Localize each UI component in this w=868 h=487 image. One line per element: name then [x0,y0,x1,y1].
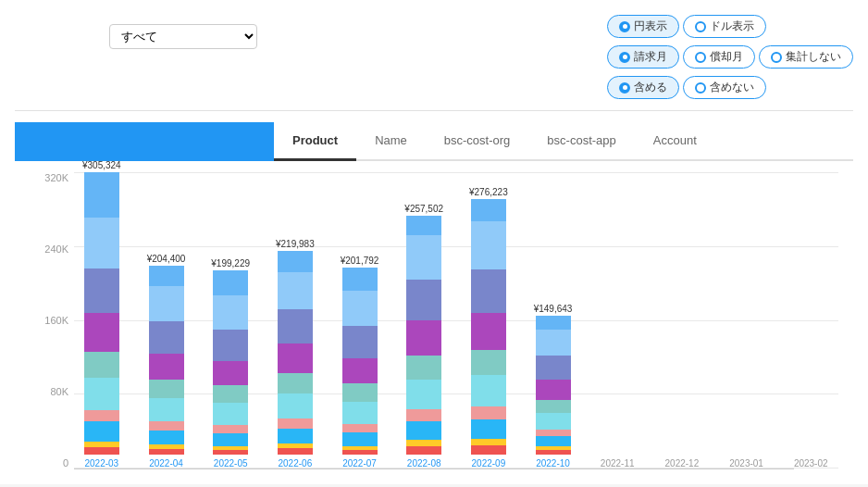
filters-row: すべて 円表示 ドル表示 [15,15,853,111]
bar-segment [471,445,506,455]
risp-amortize-label: 償却月 [710,49,743,65]
stacked-bar[interactable] [406,216,441,455]
account-select[interactable]: すべて [109,24,257,49]
ri-discount-radio-group: 含める 含めない [607,76,766,99]
bar-segment [536,330,571,356]
bar-month-label[interactable]: 2022-10 [536,458,570,468]
bar-segment [84,421,119,442]
risp-billing-label: 請求月 [634,49,667,65]
bar-segment [84,352,119,378]
bar-group: ¥201,7922022-07 [332,256,388,468]
bar-segment [149,398,184,421]
bar-segment [213,295,248,330]
radio-dot-include [619,82,630,94]
bar-segment [213,403,248,425]
bar-segment [342,326,378,358]
currency-dollar-label: ドル表示 [710,19,754,34]
bar-segment [536,436,571,446]
stacked-bar[interactable] [84,172,119,455]
chart-tab-bsc-cost-app[interactable]: bsc-cost-app [528,122,634,161]
bar-value: ¥201,792 [341,256,379,266]
bar-segment [406,356,441,380]
currency-option-dollar[interactable]: ドル表示 [683,15,766,38]
bar-segment [471,199,506,221]
bar-chart: 320K240K160K80K0 ¥305,3242022-03¥204,400… [30,172,838,468]
bar-segment [149,380,184,398]
bar-segment [278,429,313,443]
bar-segment [84,268,119,313]
risp-option-billing[interactable]: 請求月 [607,45,679,69]
bar-segment [278,251,313,272]
bar-segment [278,393,313,418]
bar-segment [342,424,378,432]
bar-segment [149,321,184,354]
bar-wrapper: ¥149,643 [526,304,581,455]
filter-right: 円表示 ドル表示 請求月 [513,15,853,99]
bar-segment [149,421,184,431]
stacked-bar[interactable] [213,270,248,455]
bar-segment [213,450,248,455]
bar-segment [471,406,506,419]
risp-option-none[interactable]: 集計しない [759,45,853,69]
stacked-bar[interactable] [149,266,184,455]
bar-segment [213,425,248,433]
bar-segment [278,448,313,455]
bar-segment [342,432,378,446]
bar-month-label[interactable]: 2022-06 [279,458,313,468]
chart-tab-product[interactable]: Product [274,122,356,161]
currency-row: 円表示 ドル表示 [513,15,853,38]
bar-segment [213,330,248,361]
bar-segment [342,383,378,402]
bar-segment [471,313,506,350]
bar-group: ¥204,4002022-04 [139,254,194,468]
bar-segment [84,378,119,410]
chart-tab-name[interactable]: Name [356,122,426,161]
chart-tab-account[interactable]: Account [635,122,715,161]
bar-segment [536,430,571,436]
bar-segment [342,268,378,291]
chart-title [15,122,274,161]
main-container: すべて 円表示 ドル表示 [0,0,868,484]
bar-segment [406,280,441,320]
stacked-bar[interactable] [342,268,378,455]
bar-month-label[interactable]: 2022-05 [214,458,248,468]
bar-segment [406,421,441,440]
bar-segment [406,320,441,356]
y-label: 80K [30,386,68,397]
stacked-bar[interactable] [536,316,571,455]
bar-group: ¥276,2232022-09 [461,187,516,468]
bar-segment [278,373,313,393]
bar-month-label[interactable]: 2022-08 [407,458,441,468]
chart-tabs: ProductNamebsc-cost-orgbsc-cost-appAccou… [274,122,853,161]
bar-value: ¥149,643 [534,304,573,314]
stacked-bar[interactable] [278,251,313,455]
bar-segment [213,361,248,385]
radio-dot-exclude [695,82,706,94]
bar-month-label[interactable]: 2022-03 [84,458,118,468]
bar-segment [149,354,184,380]
bar-wrapper: ¥219,983 [267,239,323,455]
bar-value: ¥219,983 [276,239,315,249]
ri-discount-option-include[interactable]: 含める [607,76,679,99]
grid-line [74,172,838,173]
bar-segment [406,446,441,455]
bar-segment [536,380,571,400]
ri-discount-option-exclude[interactable]: 含めない [683,76,766,99]
bar-value: ¥199,229 [211,258,250,268]
bar-segment [342,291,378,326]
currency-option-yen[interactable]: 円表示 [607,15,679,38]
bar-segment [84,410,119,421]
bar-month-label[interactable]: 2022-04 [149,458,183,468]
bar-segment [406,216,441,235]
bar-segment [536,400,571,413]
bar-segment [149,431,184,444]
bar-value: ¥257,502 [404,204,443,214]
bar-chart-area: 320K240K160K80K0 ¥305,3242022-03¥204,400… [15,161,853,469]
bar-month-label[interactable]: 2022-09 [472,458,506,468]
stacked-bar[interactable] [471,199,506,455]
risp-option-amortize[interactable]: 償却月 [683,45,755,69]
chart-tab-bsc-cost-org[interactable]: bsc-cost-org [426,122,529,161]
radio-dot-dollar [695,21,706,32]
bar-month-label[interactable]: 2022-07 [342,458,377,468]
bar-segment [213,433,248,446]
